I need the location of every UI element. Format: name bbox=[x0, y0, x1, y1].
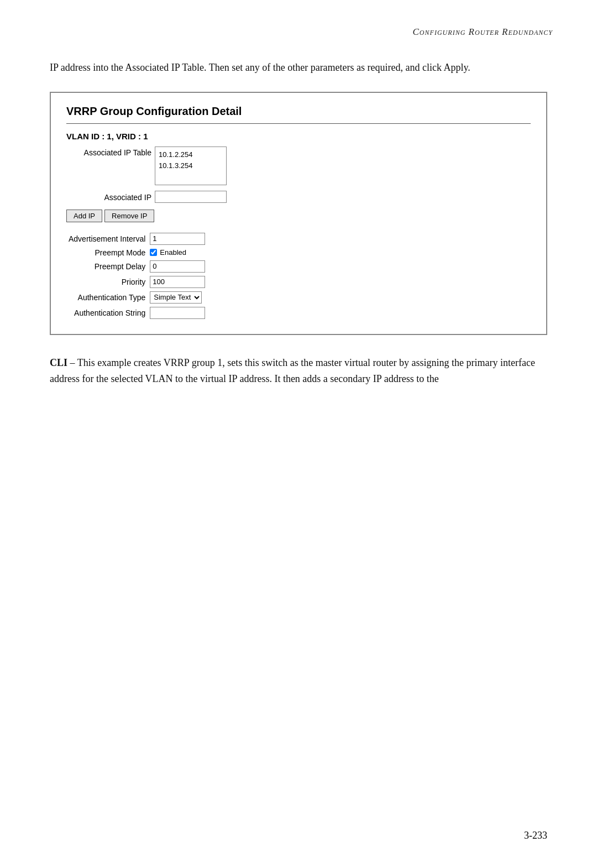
field-row-priority: Priority bbox=[66, 274, 207, 290]
field-label-authentication-string: Authentication String bbox=[66, 305, 148, 321]
cli-bold-label: CLI bbox=[50, 357, 67, 368]
preempt-mode-label: Enabled bbox=[150, 248, 205, 257]
associated-ip-table-row: Associated IP Table 10.1.2.254 10.1.3.25… bbox=[66, 147, 531, 185]
associated-ip-table-label: Associated IP Table bbox=[66, 147, 155, 157]
authentication-string-input[interactable] bbox=[150, 307, 205, 319]
vlan-label: VLAN ID : 1, VRID : 1 bbox=[66, 132, 531, 141]
ip-entry-1: 10.1.2.254 bbox=[159, 149, 223, 161]
page-header: Configuring Router Redundancy bbox=[0, 0, 597, 49]
remove-ip-button[interactable]: Remove IP bbox=[104, 210, 154, 222]
associated-ip-row: Associated IP bbox=[66, 191, 531, 203]
add-ip-button[interactable]: Add IP bbox=[66, 210, 102, 222]
field-row-authentication-string: Authentication String bbox=[66, 305, 207, 321]
field-row-advertisement-interval: Advertisement Interval bbox=[66, 231, 207, 247]
priority-input[interactable] bbox=[150, 276, 205, 288]
field-label-preempt-delay: Preempt Delay bbox=[66, 259, 148, 274]
preempt-mode-checkbox-label: Enabled bbox=[160, 248, 186, 257]
preempt-delay-input[interactable] bbox=[150, 260, 205, 273]
associated-ip-label: Associated IP bbox=[66, 191, 155, 202]
page-content: IP address into the Associated IP Table.… bbox=[0, 49, 597, 432]
header-title: Configuring Router Redundancy bbox=[412, 27, 553, 37]
associated-ip-input[interactable] bbox=[155, 191, 227, 203]
advertisement-interval-input[interactable] bbox=[150, 233, 205, 245]
field-label-authentication-type: Authentication Type bbox=[66, 290, 148, 305]
button-row: Add IP Remove IP bbox=[66, 210, 531, 222]
cli-text-body: – This example creates VRRP group 1, set… bbox=[50, 357, 535, 385]
field-row-preempt-mode: Preempt Mode Enabled bbox=[66, 247, 207, 259]
field-label-advertisement-interval: Advertisement Interval bbox=[66, 231, 148, 247]
field-label-priority: Priority bbox=[66, 274, 148, 290]
authentication-type-select[interactable]: None Simple Text MD5 bbox=[150, 291, 202, 304]
page-number: 3-233 bbox=[524, 830, 547, 841]
field-row-authentication-type: Authentication Type None Simple Text MD5 bbox=[66, 290, 207, 305]
field-row-preempt-delay: Preempt Delay bbox=[66, 259, 207, 274]
intro-paragraph: IP address into the Associated IP Table.… bbox=[50, 60, 547, 76]
cli-paragraph: CLI – This example creates VRRP group 1,… bbox=[50, 355, 547, 388]
field-label-preempt-mode: Preempt Mode bbox=[66, 247, 148, 259]
associated-ip-table[interactable]: 10.1.2.254 10.1.3.254 bbox=[155, 147, 227, 185]
ip-entry-2: 10.1.3.254 bbox=[159, 160, 223, 172]
preempt-mode-checkbox[interactable] bbox=[150, 249, 157, 256]
form-table: Advertisement Interval Preempt Mode Enab… bbox=[66, 231, 207, 321]
config-box: VRRP Group Configuration Detail VLAN ID … bbox=[50, 92, 547, 335]
config-box-title: VRRP Group Configuration Detail bbox=[66, 105, 531, 124]
